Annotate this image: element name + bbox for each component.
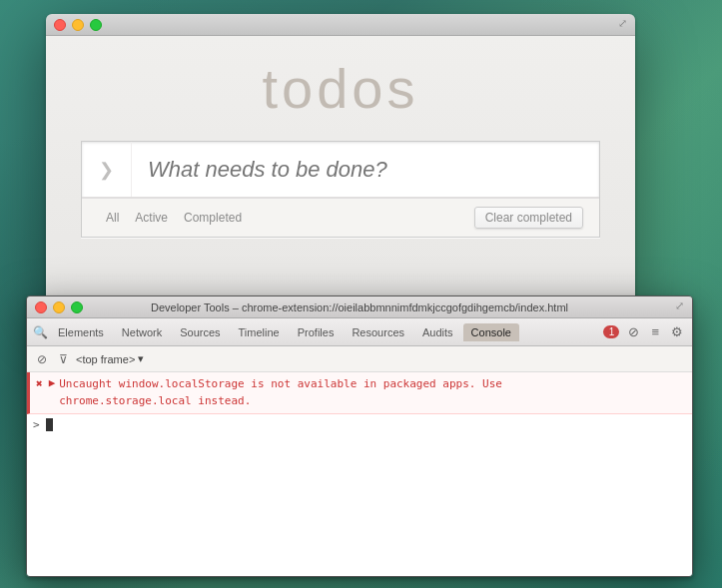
devtools-titlebar: Developer Tools – chrome-extension://oie… [27,296,692,318]
todos-footer: All Active Completed Clear completed [82,198,599,237]
tab-network[interactable]: Network [114,323,170,341]
maximize-button[interactable] [90,19,102,31]
filter-icon[interactable]: ⊽ [55,350,72,368]
new-todo-input[interactable] [132,142,599,197]
devtools-title: Developer Tools – chrome-extension://oie… [151,301,568,313]
clear-completed-button[interactable]: Clear completed [474,207,583,229]
traffic-lights [54,19,102,31]
devtools-traffic-lights [35,301,83,313]
devtools-toolbar-right: 1 ⊘ ≡ ⚙ [603,322,686,341]
filter-all[interactable]: All [98,208,127,228]
toggle-all-button[interactable]: ❯ [82,142,132,197]
frame-selector[interactable]: <top frame> ▾ [76,352,144,365]
devtools-maximize-button[interactable] [71,301,83,313]
settings-icon[interactable]: ⚙ [668,322,686,341]
frame-selector-arrow: ▾ [138,352,144,365]
tab-sources[interactable]: Sources [172,323,228,341]
error-icon: ✖ [36,377,43,390]
filter-active[interactable]: Active [127,208,176,228]
todos-body: todos ❯ All Active Completed Clear compl… [46,36,635,303]
console-prompt-row: > [27,414,692,435]
console-prompt-icon: > [33,418,40,431]
tab-elements[interactable]: Elements [50,323,112,341]
tab-console[interactable]: Console [463,323,519,341]
error-expand-triangle[interactable]: ▶ [49,376,56,389]
frame-selector-label: <top frame> [76,353,135,365]
filter-completed[interactable]: Completed [176,208,250,228]
devtools-expand-icon[interactable]: ⤢ [675,299,684,312]
search-icon[interactable]: 🔍 [33,325,48,339]
no-entry-icon[interactable]: ⊘ [33,350,51,368]
console-cursor[interactable] [46,418,53,431]
devtools-minimize-button[interactable] [53,301,65,313]
todos-input-row: ❯ [82,142,599,198]
expand-icon[interactable]: ⤢ [618,17,627,30]
todos-app-window: ⤢ todos ❯ All Active Completed Clear com… [46,14,635,303]
devtools-secondary-toolbar: ⊘ ⊽ <top frame> ▾ [27,346,692,372]
todos-titlebar: ⤢ [46,14,635,36]
console-error-row: ✖ ▶ Uncaught window.localStorage is not … [27,372,692,414]
console-error-text: Uncaught window.localStorage is not avai… [59,376,502,409]
filter-group: All Active Completed [98,208,250,228]
error-badge: 1 [603,325,619,338]
devtools-window: Developer Tools – chrome-extension://oie… [26,295,693,577]
tab-resources[interactable]: Resources [344,323,412,341]
todos-input-area: ❯ All Active Completed Clear completed [81,141,600,238]
devtools-close-button[interactable] [35,301,47,313]
todos-app-title: todos [263,56,419,121]
tab-profiles[interactable]: Profiles [290,323,343,341]
clear-console-icon[interactable]: ⊘ [625,322,642,341]
minimize-button[interactable] [72,19,84,31]
dock-icon[interactable]: ≡ [648,322,662,341]
devtools-console: ✖ ▶ Uncaught window.localStorage is not … [27,372,692,576]
devtools-toolbar: 🔍 Elements Network Sources Timeline Prof… [27,318,692,346]
tab-audits[interactable]: Audits [414,323,461,341]
close-button[interactable] [54,19,66,31]
tab-timeline[interactable]: Timeline [231,323,288,341]
